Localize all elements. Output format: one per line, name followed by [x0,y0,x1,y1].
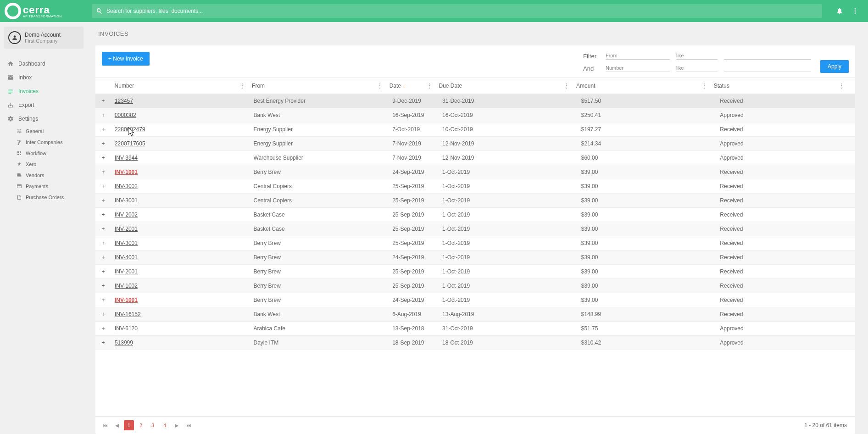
expand-icon[interactable]: + [95,293,111,307]
table-row[interactable]: +INV-1001Berry Brew24-Sep-20191-Oct-2019… [95,293,855,307]
expand-icon[interactable]: + [95,222,111,236]
invoice-number-link[interactable]: INV-16152 [115,311,141,317]
filter-op-a[interactable] [676,52,718,60]
pager-page-button[interactable]: 2 [136,420,146,430]
expand-icon[interactable]: + [95,279,111,293]
sidebar-item-intercompanies[interactable]: Inter Companies [13,137,83,148]
more-vert-icon[interactable]: ⋮ [239,82,245,89]
more-vert-icon[interactable]: ⋮ [563,82,570,89]
more-vert-icon[interactable]: ⋮ [838,82,845,89]
col-due[interactable]: Due Date⋮ [435,78,573,94]
table-row[interactable]: +0000382Bank West16-Sep-201916-Oct-2019$… [95,108,855,122]
invoice-number-link[interactable]: 0000382 [115,112,136,118]
filter-op-b[interactable] [676,64,718,72]
sidebar-item-xero[interactable]: Xero [13,159,83,170]
logo[interactable]: cerra AP TRANSFORMATION [5,3,87,19]
sidebar-item-invoices[interactable]: Invoices [4,84,83,98]
expand-icon[interactable]: + [95,250,111,265]
table-row[interactable]: +INV-16152Bank West6-Aug-201913-Aug-2019… [95,307,855,322]
table-row[interactable]: +513999Dayle ITM18-Sep-201918-Oct-2019$3… [95,336,855,350]
more-vert-icon[interactable]: ⋮ [377,82,383,89]
filter-field-b[interactable] [606,64,670,72]
table-row[interactable]: +INV-3001Central Copiers25-Sep-20191-Oct… [95,194,855,208]
invoice-number-link[interactable]: INV-6120 [115,325,138,332]
invoice-number-link[interactable]: INV-2001 [115,268,138,275]
table-row[interactable]: +INV-6120Arabica Cafe13-Sep-201831-Oct-2… [95,322,855,336]
new-invoice-button[interactable]: + New Invoice [102,52,150,66]
table-row[interactable]: +INV-1001Berry Brew24-Sep-20191-Oct-2019… [95,165,855,179]
sidebar-item-payments[interactable]: Payments [13,181,83,192]
filter-value-b[interactable] [724,64,811,72]
table-row[interactable]: +INV-2001Basket Case25-Sep-20191-Oct-201… [95,222,855,236]
invoice-number-link[interactable]: INV-1001 [115,297,138,303]
apply-filter-button[interactable]: Apply [820,60,849,73]
pager-next-button[interactable]: ▶ [172,420,182,430]
expand-icon[interactable]: + [95,194,111,208]
invoice-number-link[interactable]: INV-4001 [115,254,138,261]
table-row[interactable]: +2280682479Energy Supplier7-Oct-201910-O… [95,122,855,137]
table-row[interactable]: +2200717605Energy Supplier7-Nov-201912-N… [95,137,855,151]
invoice-number-link[interactable]: 2280682479 [115,126,145,133]
expand-icon[interactable]: + [95,336,111,350]
filter-field-a[interactable] [606,52,670,60]
table-row[interactable]: +123457Best Energy Provider9-Dec-201931-… [95,94,855,108]
sidebar-item-settings[interactable]: Settings [4,112,83,126]
invoice-number-link[interactable]: 513999 [115,339,133,346]
expand-icon[interactable]: + [95,94,111,108]
expand-icon[interactable]: + [95,179,111,194]
col-amount[interactable]: Amount⋮ [573,78,710,94]
sidebar-item-inbox[interactable]: Inbox [4,71,83,84]
expand-icon[interactable]: + [95,236,111,250]
invoice-number-link[interactable]: INV-3944 [115,155,138,161]
col-number[interactable]: Number⋮ [111,78,249,94]
pager-prev-button[interactable]: ◀ [112,420,122,430]
table-row[interactable]: +INV-1002Berry Brew25-Sep-20191-Oct-2019… [95,279,855,293]
pager-last-button[interactable]: ⏭ [184,420,194,430]
expand-icon[interactable]: + [95,151,111,165]
pager-page-button[interactable]: 4 [160,420,170,430]
invoice-number-link[interactable]: INV-3001 [115,197,138,204]
pager-first-button[interactable]: ⏮ [100,420,110,430]
expand-icon[interactable]: + [95,165,111,179]
col-status[interactable]: Status⋮ [710,78,848,94]
expand-icon[interactable]: + [95,108,111,122]
pager-page-button[interactable]: 3 [148,420,158,430]
sidebar-item-vendors[interactable]: Vendors [13,170,83,181]
sidebar-item-purchaseorders[interactable]: Purchase Orders [13,192,83,203]
sidebar-item-dashboard[interactable]: Dashboard [4,57,83,71]
search-input[interactable] [106,8,818,14]
filter-value-a[interactable] [724,52,811,60]
invoice-number-link[interactable]: INV-1001 [115,169,138,175]
invoice-number-link[interactable]: INV-3002 [115,183,138,189]
expand-icon[interactable]: + [95,208,111,222]
more-vert-icon[interactable]: ⋮ [701,82,707,89]
invoice-number-link[interactable]: INV-2002 [115,211,138,218]
global-search[interactable] [92,4,822,18]
bell-icon[interactable] [836,7,843,15]
invoice-number-link[interactable]: 2200717605 [115,140,145,147]
table-row[interactable]: +INV-2001Berry Brew25-Sep-20191-Oct-2019… [95,265,855,279]
table-row[interactable]: +INV-3001Berry Brew25-Sep-20191-Oct-2019… [95,236,855,250]
sidebar-item-export[interactable]: Export [4,98,83,112]
invoice-number-link[interactable]: 123457 [115,98,133,104]
table-row[interactable]: +INV-3002Central Copiers25-Sep-20191-Oct… [95,179,855,194]
expand-icon[interactable]: + [95,322,111,336]
expand-icon[interactable]: + [95,137,111,151]
col-from[interactable]: From⋮ [248,78,386,94]
invoice-number-link[interactable]: INV-1002 [115,283,138,289]
account-switcher[interactable]: Demo Account First Company [4,27,83,49]
sidebar-item-workflow[interactable]: Workflow [13,148,83,159]
more-vert-icon[interactable]: ⋮ [426,82,433,89]
expand-icon[interactable]: + [95,307,111,322]
table-row[interactable]: +INV-3944Warehouse Supplier7-Nov-201912-… [95,151,855,165]
expand-icon[interactable]: + [95,122,111,137]
expand-icon[interactable]: + [95,265,111,279]
table-row[interactable]: +INV-2002Basket Case25-Sep-20191-Oct-201… [95,208,855,222]
invoice-number-link[interactable]: INV-2001 [115,226,138,232]
table-row[interactable]: +INV-4001Berry Brew24-Sep-20191-Oct-2019… [95,250,855,265]
sidebar-item-general[interactable]: General [13,126,83,137]
more-vert-icon[interactable] [851,7,859,15]
col-date[interactable]: Date↓⋮ [386,78,435,94]
invoice-number-link[interactable]: INV-3001 [115,240,138,246]
pager-page-button[interactable]: 1 [124,420,134,430]
